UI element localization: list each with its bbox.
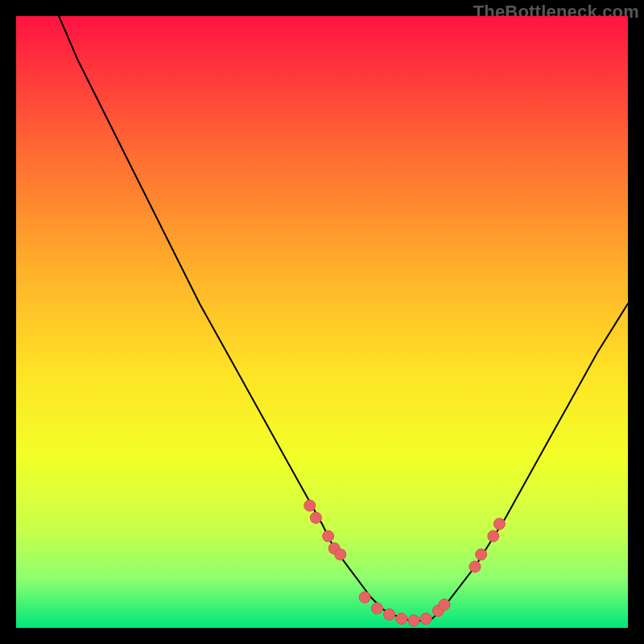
data-marker <box>335 549 346 560</box>
data-marker <box>408 615 419 626</box>
data-marker <box>476 549 487 560</box>
data-marker <box>371 603 382 614</box>
data-marker <box>323 530 334 542</box>
chart-plot-area <box>16 16 628 628</box>
data-marker <box>310 512 321 523</box>
data-marker <box>488 530 499 542</box>
data-marker <box>396 613 407 625</box>
chart-background <box>16 16 628 628</box>
chart-svg <box>16 16 628 628</box>
data-marker <box>469 561 481 572</box>
data-marker <box>439 599 450 610</box>
data-marker <box>359 592 370 603</box>
data-marker <box>384 609 395 620</box>
data-marker <box>304 500 316 511</box>
chart-frame: TheBottleneck.com <box>0 0 644 644</box>
data-marker <box>420 613 431 625</box>
data-marker <box>493 518 505 530</box>
